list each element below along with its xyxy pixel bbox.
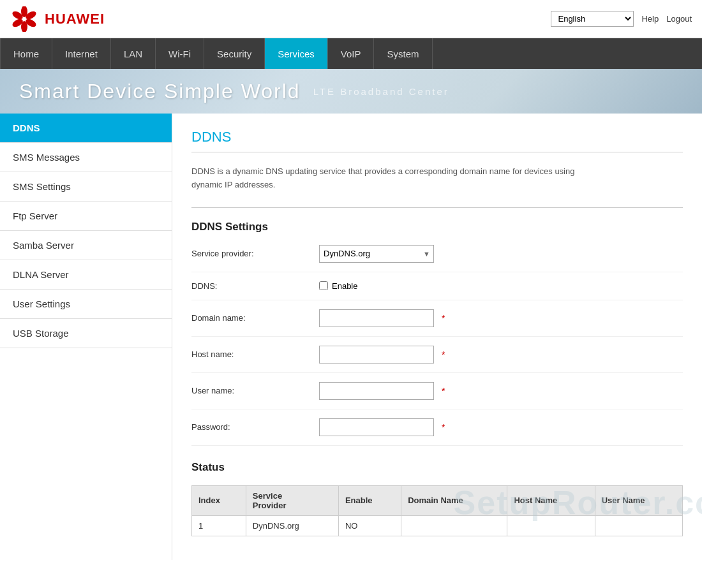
col-index: Index [192,485,246,515]
password-required: * [442,422,445,432]
status-section: Status Index ServiceProvider Enable Doma… [191,461,683,536]
ddns-enable-control: Enable [319,281,357,291]
service-provider-label: Service provider: [191,249,319,258]
sidebar-item-ddns[interactable]: DDNS [0,114,172,143]
row-user-name [595,515,682,536]
password-row: Password: * [191,418,683,446]
host-name-control: * [319,346,445,364]
nav-item-system[interactable]: System [374,38,432,69]
main-layout: DDNS SMS Messages SMS Settings Ftp Serve… [0,114,702,560]
password-input[interactable] [319,418,434,436]
password-label: Password: [191,422,319,432]
row-index: 1 [192,515,246,536]
sidebar-item-sms-settings[interactable]: SMS Settings [0,172,172,202]
col-enable: Enable [338,485,401,515]
domain-name-row: Domain name: * [191,309,683,337]
ddns-enable-checkbox[interactable] [319,281,328,290]
nav-item-services[interactable]: Services [265,38,328,69]
password-control: * [319,418,445,436]
sidebar-item-user-settings[interactable]: User Settings [0,290,172,319]
domain-name-input[interactable] [319,309,434,327]
service-provider-select-wrapper: DynDNS.org No-IP.com 3322.org ▼ [319,245,434,263]
user-name-row: User name: * [191,382,683,409]
row-service-provider: DynDNS.org [246,515,338,536]
sidebar-item-usb-storage[interactable]: USB Storage [0,319,172,348]
row-domain-name [401,515,507,536]
nav-item-lan[interactable]: LAN [111,38,156,69]
logo-text: HUAWEI [45,11,105,27]
ddns-enable-checkbox-label[interactable]: Enable [319,281,357,291]
row-enable: NO [338,515,401,536]
banner-text: Smart Device Simple World [19,80,301,103]
header-right: English Chinese French German Spanish He… [551,11,692,27]
host-name-label: Host name: [191,349,319,359]
col-service-provider: ServiceProvider [246,485,338,515]
user-name-control: * [319,382,445,400]
col-host-name: Host Name [507,485,595,515]
header: HUAWEI English Chinese French German Spa… [0,0,702,38]
ddns-label: DDNS: [191,281,319,291]
nav-item-internet[interactable]: Internet [52,38,111,69]
row-host-name [507,515,595,536]
service-provider-control: DynDNS.org No-IP.com 3322.org ▼ [319,245,434,263]
logo-area: HUAWEI [10,6,105,32]
settings-section-title: DDNS Settings [191,221,683,233]
user-name-label: User name: [191,386,319,395]
domain-name-label: Domain name: [191,313,319,323]
status-section-title: Status [191,461,683,474]
col-domain-name: Domain Name [401,485,507,515]
title-divider [191,152,683,152]
domain-name-required: * [442,313,445,323]
service-provider-select[interactable]: DynDNS.org No-IP.com 3322.org [319,245,434,263]
huawei-logo-icon [10,6,38,32]
section-divider [191,207,683,208]
host-name-input[interactable] [319,346,434,364]
banner: Smart Device Simple World LTE Broadband … [0,69,702,114]
main-nav: Home Internet LAN Wi-Fi Security Service… [0,38,702,69]
sidebar: DDNS SMS Messages SMS Settings Ftp Serve… [0,114,172,560]
col-user-name: User Name [595,485,682,515]
ddns-enable-text: Enable [332,281,357,291]
sidebar-item-ftp-server[interactable]: Ftp Server [0,202,172,231]
domain-name-control: * [319,309,445,327]
host-name-required: * [442,349,445,360]
status-table: Index ServiceProvider Enable Domain Name… [191,485,683,536]
nav-item-wifi[interactable]: Wi-Fi [156,38,204,69]
language-selector[interactable]: English Chinese French German Spanish [551,11,634,27]
content-area: DDNS DDNS is a dynamic DNS updating serv… [172,114,702,560]
sidebar-item-dlna-server[interactable]: DLNA Server [0,260,172,290]
table-row: 1 DynDNS.org NO [192,515,683,536]
ddns-enable-row: DDNS: Enable [191,281,683,300]
sidebar-item-samba-server[interactable]: Samba Server [0,231,172,260]
user-name-required: * [442,386,445,396]
sidebar-item-sms-messages[interactable]: SMS Messages [0,143,172,172]
user-name-input[interactable] [319,382,434,400]
nav-item-voip[interactable]: VoIP [328,38,375,69]
host-name-row: Host name: * [191,346,683,373]
banner-subtext: LTE Broadband Center [313,86,449,97]
service-provider-row: Service provider: DynDNS.org No-IP.com 3… [191,245,683,272]
help-link[interactable]: Help [641,14,659,24]
nav-item-home[interactable]: Home [0,38,52,69]
logout-link[interactable]: Logout [666,14,692,24]
description-text: DDNS is a dynamic DNS updating service t… [191,165,600,192]
page-title: DDNS [191,129,683,145]
nav-item-security[interactable]: Security [204,38,265,69]
